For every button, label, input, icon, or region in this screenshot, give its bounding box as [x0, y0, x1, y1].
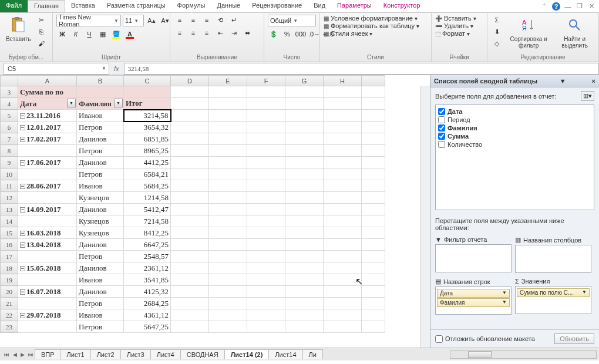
find-select-button[interactable]: Найти и выделить: [554, 15, 595, 50]
sheet-tab[interactable]: ВПР: [35, 349, 61, 359]
align-left-button[interactable]: ≡: [174, 28, 186, 38]
currency-button[interactable]: 💲: [268, 29, 280, 39]
cut-button[interactable]: ✂: [35, 15, 47, 25]
cell-styles-button[interactable]: ▦ Стили ячеек ▾: [324, 30, 372, 37]
field-Количество[interactable]: Количество: [438, 140, 591, 149]
horizontal-scrollbar[interactable]: [450, 350, 597, 359]
conditional-format-button[interactable]: ▦ Условное форматирование ▾: [324, 15, 418, 22]
sheet-tab[interactable]: Лист4: [150, 349, 181, 359]
name-box[interactable]: C5▼: [4, 63, 109, 75]
grow-font-button[interactable]: A▴: [146, 15, 157, 26]
tab-layout[interactable]: Разметка страницы: [101, 0, 171, 12]
sheet-tab[interactable]: Лист14: [268, 349, 302, 359]
align-middle-button[interactable]: ≡: [187, 15, 199, 25]
tab-params[interactable]: Параметры: [331, 0, 378, 12]
sheet-tab[interactable]: Лист14 (2): [224, 349, 270, 359]
fill-button[interactable]: ⬇: [491, 26, 503, 37]
restore-icon[interactable]: ❐: [576, 2, 584, 11]
area-rows[interactable]: Дата▼Фамилия▼: [435, 287, 511, 315]
area-item[interactable]: Сумма по полю С...▼: [517, 288, 590, 297]
align-bottom-button[interactable]: ≡: [201, 15, 213, 25]
italic-button[interactable]: К: [70, 29, 82, 39]
update-button[interactable]: Обновить: [554, 333, 594, 344]
autosum-button[interactable]: Σ: [491, 15, 503, 25]
number-format-combo[interactable]: Общий▼: [268, 15, 316, 26]
font-size-combo[interactable]: 11▼: [123, 15, 144, 26]
find-label: Найти и выделить: [557, 36, 593, 49]
orientation-button[interactable]: ⟲: [214, 15, 226, 25]
comma-button[interactable]: 000: [295, 29, 307, 39]
tab-data[interactable]: Данные: [211, 0, 246, 12]
close-icon[interactable]: ✕: [587, 2, 595, 11]
sheet-tab[interactable]: СВОДНАЯ: [180, 349, 225, 359]
defer-checkbox[interactable]: [435, 335, 443, 343]
underline-button[interactable]: Ч: [83, 29, 95, 39]
vertical-scrollbar[interactable]: [420, 86, 430, 348]
sheet-tab[interactable]: Лист3: [120, 349, 151, 359]
field-Дата[interactable]: Дата: [438, 107, 591, 116]
field-Период[interactable]: Период: [438, 116, 591, 124]
insert-cells-button[interactable]: ➕ Вставить ▾: [435, 15, 476, 22]
minimize-icon[interactable]: —: [564, 2, 572, 11]
area-values[interactable]: Сумма по полю С...▼: [515, 286, 591, 314]
field-list[interactable]: ДатаПериодФамилияСуммаКоличество: [435, 105, 594, 210]
area-columns[interactable]: [515, 245, 591, 273]
clear-button[interactable]: ◇: [491, 38, 503, 49]
area-item[interactable]: Дата▼: [437, 289, 510, 298]
paste-button[interactable]: Вставить: [4, 15, 33, 43]
increase-indent-button[interactable]: ⇥: [228, 28, 240, 38]
field-Сумма[interactable]: Сумма: [438, 132, 591, 140]
format-cells-button[interactable]: ⬚ Формат ▾: [435, 30, 470, 37]
tab-home[interactable]: Главная: [28, 0, 65, 12]
worksheet[interactable]: ABCDEFGH3Сумма по по4Дата▼Фамилия▼Итог5−…: [0, 75, 430, 348]
format-painter-button[interactable]: 🖌: [35, 38, 47, 49]
decrease-indent-button[interactable]: ⇤: [214, 28, 226, 38]
format-table-button[interactable]: ▦ Форматировать как таблицу ▾: [324, 22, 419, 29]
tab-nav-prev[interactable]: ◀: [11, 352, 19, 358]
sort-label: Сортировка и фильтр: [507, 36, 550, 49]
shrink-font-button[interactable]: A▾: [159, 15, 171, 26]
copy-button[interactable]: ⎘: [35, 26, 47, 37]
minimize-ribbon-icon[interactable]: ˆ: [540, 2, 548, 11]
pivot-field-pane: Список полей сводной таблицы ▼ × Выберит…: [430, 75, 599, 348]
help-icon[interactable]: ?: [552, 2, 560, 11]
area-filter[interactable]: [435, 244, 511, 272]
font-color-button[interactable]: A: [124, 29, 136, 39]
tab-nav-last[interactable]: ⏭: [26, 352, 35, 358]
sheet-tab[interactable]: Ли: [302, 349, 323, 359]
choose-fields-label: Выберите поля для добавления в отчет:: [435, 93, 556, 100]
sheet-tabs: ⏮ ◀ ▶ ⏭ ВПРЛист1Лист2Лист3Лист4СВОДНАЯЛи…: [0, 348, 599, 360]
align-top-button[interactable]: ≡: [174, 15, 186, 25]
rows-icon: ▤: [435, 278, 441, 285]
area-item[interactable]: Фамилия▼: [437, 298, 510, 307]
wrap-text-button[interactable]: ↵: [228, 15, 240, 25]
align-right-button[interactable]: ≡: [201, 28, 213, 38]
tab-insert[interactable]: Вставка: [65, 0, 101, 12]
field-Фамилия[interactable]: Фамилия: [438, 124, 591, 132]
formula-input[interactable]: 3214,58: [124, 63, 599, 75]
merge-button[interactable]: ⬌: [241, 28, 253, 38]
fill-color-button[interactable]: 🪣: [110, 29, 122, 39]
tab-design[interactable]: Конструктор: [378, 0, 426, 12]
layout-options-button[interactable]: ⊞▾: [581, 91, 594, 101]
border-button[interactable]: ▦: [97, 29, 109, 39]
tab-nav-next[interactable]: ▶: [19, 352, 26, 358]
filter-icon: ▼: [435, 236, 442, 243]
percent-button[interactable]: %: [281, 29, 293, 39]
tab-review[interactable]: Рецензирование: [246, 0, 308, 12]
sheet-tab[interactable]: Лист1: [60, 349, 91, 359]
tab-file[interactable]: Файл: [0, 0, 28, 12]
increase-decimal-button[interactable]: .0→: [308, 29, 320, 39]
bold-button[interactable]: Ж: [56, 29, 68, 39]
tab-view[interactable]: Вид: [308, 0, 331, 12]
sheet-tab[interactable]: Лист2: [90, 349, 121, 359]
tab-nav-first[interactable]: ⏮: [2, 352, 11, 358]
tab-formulas[interactable]: Формулы: [171, 0, 211, 12]
sort-filter-button[interactable]: АЯ Сортировка и фильтр: [505, 15, 552, 50]
defer-label: Отложить обновление макета: [445, 335, 535, 342]
align-center-button[interactable]: ≡: [187, 28, 199, 38]
delete-cells-button[interactable]: ➖ Удалить ▾: [435, 22, 473, 29]
font-name-combo[interactable]: Times New Roman▼: [56, 15, 121, 26]
fx-icon[interactable]: fx: [109, 65, 124, 72]
pane-close-icon[interactable]: ×: [592, 77, 595, 85]
